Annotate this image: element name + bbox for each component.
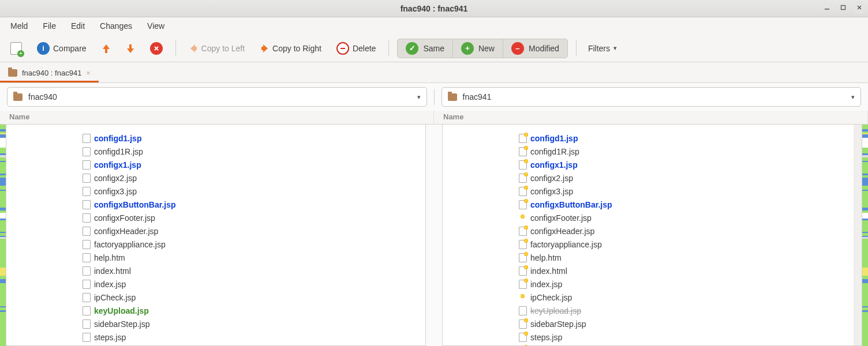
file-name: configd1.jsp <box>530 134 578 143</box>
new-comparison-button[interactable] <box>6 40 27 57</box>
file-row[interactable]: configd1.jsp <box>519 131 862 145</box>
file-row[interactable]: index.jsp <box>83 277 425 291</box>
file-name: configx1.jsp <box>94 160 141 170</box>
file-row[interactable]: stepsd.jsp <box>519 344 862 346</box>
arrow-up-icon <box>102 43 111 54</box>
copy-left-label: Copy to Left <box>201 44 245 53</box>
file-row[interactable]: keyUpload.jsp <box>83 304 425 317</box>
file-row[interactable]: ipCheck.jsp <box>83 291 425 304</box>
prev-change-button[interactable] <box>97 40 115 57</box>
file-row[interactable]: factoryappliance.jsp <box>83 238 425 251</box>
file-icon <box>83 134 91 143</box>
file-row[interactable]: configd1R.jsp <box>519 145 862 158</box>
pane-left: configd1.jspconfigd1R.jspconfigx1.jspcon… <box>6 125 426 346</box>
overview-segment <box>862 125 868 129</box>
file-row[interactable]: configxFooter.jsp <box>519 211 862 224</box>
menu-file[interactable]: File <box>36 19 63 33</box>
filters-label: Filters <box>588 44 610 53</box>
file-row[interactable]: steps.jsp <box>83 330 425 344</box>
folder-picker-left[interactable]: fnac940 ▾ <box>7 87 427 107</box>
folder-icon <box>8 69 17 77</box>
overview-segment <box>862 178 868 186</box>
file-row[interactable]: configx1.jsp <box>519 158 862 171</box>
file-row[interactable]: stepsd.jsp <box>83 344 425 346</box>
file-row[interactable]: keyUpload.jsp <box>519 304 862 317</box>
file-row[interactable]: configxHeader.jsp <box>519 224 862 238</box>
maximize-button[interactable] <box>837 1 850 14</box>
file-row[interactable]: factoryappliance.jsp <box>519 238 862 251</box>
overview-strip-right[interactable] <box>862 125 868 346</box>
file-icon <box>83 293 91 302</box>
overview-segment <box>0 186 6 190</box>
svg-rect-0 <box>825 9 829 10</box>
folder-picker-right[interactable]: fnac941 ▾ <box>442 87 862 107</box>
chevron-down-icon: ▾ <box>613 44 617 52</box>
file-row[interactable]: index.jsp <box>519 277 862 291</box>
copy-right-button[interactable]: Copy to Right <box>255 41 326 56</box>
left-column-header[interactable]: Name <box>0 111 434 124</box>
folder-icon <box>13 93 23 101</box>
file-icon <box>83 253 91 262</box>
file-row[interactable]: index.html <box>83 264 425 277</box>
file-row[interactable]: sidebarStep.jsp <box>519 317 862 330</box>
tabstrip: fnac940 : fnac941 × <box>0 62 868 83</box>
minimize-button[interactable] <box>821 1 833 14</box>
menu-changes[interactable]: Changes <box>93 19 139 33</box>
file-row[interactable]: configx3.jsp <box>519 185 862 198</box>
toggle-modified[interactable]: – Modified <box>503 39 568 58</box>
overview-strip-left[interactable] <box>0 125 6 346</box>
file-row[interactable]: help.htm <box>519 251 862 264</box>
file-icon <box>83 227 91 236</box>
file-row[interactable]: configx2.jsp <box>83 171 425 185</box>
file-row[interactable]: configx2.jsp <box>519 171 862 185</box>
minus-icon: – <box>511 42 524 55</box>
menu-meld[interactable]: Meld <box>3 19 35 33</box>
file-row[interactable]: configd1.jsp <box>83 131 425 145</box>
delete-button[interactable]: Delete <box>332 40 380 57</box>
toggle-new[interactable]: + New <box>453 39 503 58</box>
file-name: help.htm <box>530 253 562 262</box>
file-name: help.htm <box>94 253 125 262</box>
overview-segment <box>862 279 868 284</box>
file-row[interactable]: configxHeader.jsp <box>83 224 425 238</box>
file-name: index.jsp <box>94 280 126 289</box>
menu-edit[interactable]: Edit <box>64 19 92 33</box>
file-icon <box>519 227 527 236</box>
file-name: steps.jsp <box>530 333 562 342</box>
overview-segment <box>862 162 868 174</box>
menu-view[interactable]: View <box>140 19 171 33</box>
overview-segment <box>862 268 868 276</box>
file-list-right: configd1.jspconfigd1R.jspconfigx1.jspcon… <box>443 125 862 346</box>
file-row[interactable]: configxButtonBar.jsp <box>519 198 862 211</box>
file-row[interactable]: configx1.jsp <box>83 158 425 171</box>
file-row[interactable]: configxFooter.jsp <box>83 211 425 224</box>
scrollbar-vertical[interactable] <box>854 125 862 345</box>
tab-close-button[interactable]: × <box>86 69 91 77</box>
file-row[interactable]: configx3.jsp <box>83 185 425 198</box>
compare-button[interactable]: i Compare <box>32 40 91 57</box>
next-change-button[interactable] <box>121 40 140 57</box>
file-row[interactable]: configxButtonBar.jsp <box>83 198 425 211</box>
file-row[interactable]: help.htm <box>83 251 425 264</box>
file-row[interactable]: steps.jsp <box>519 330 862 344</box>
file-name: factoryappliance.jsp <box>94 240 166 249</box>
toggle-same[interactable]: ✓ Same <box>397 39 453 58</box>
stop-button[interactable] <box>145 40 167 57</box>
file-row[interactable]: sidebarStep.jsp <box>83 317 425 330</box>
overview-segment <box>0 220 6 232</box>
file-icon <box>519 147 527 156</box>
info-icon: i <box>37 42 50 55</box>
menubar: Meld File Edit Changes View <box>0 17 868 35</box>
tab-comparison[interactable]: fnac940 : fnac941 × <box>0 64 99 82</box>
separator <box>576 40 577 57</box>
file-row[interactable]: configd1R.jsp <box>83 145 425 158</box>
right-column-header[interactable]: Name <box>434 111 868 124</box>
close-button[interactable] <box>853 1 866 14</box>
file-row[interactable]: index.html <box>519 264 862 277</box>
filters-dropdown[interactable]: Filters ▾ <box>585 42 620 55</box>
left-path: fnac940 <box>28 92 57 101</box>
file-row[interactable]: ipCheck.jsp <box>519 291 862 304</box>
file-name: ipCheck.jsp <box>94 293 136 302</box>
copy-left-button[interactable]: Copy to Left <box>184 41 250 56</box>
file-name: keyUpload.jsp <box>530 306 581 315</box>
